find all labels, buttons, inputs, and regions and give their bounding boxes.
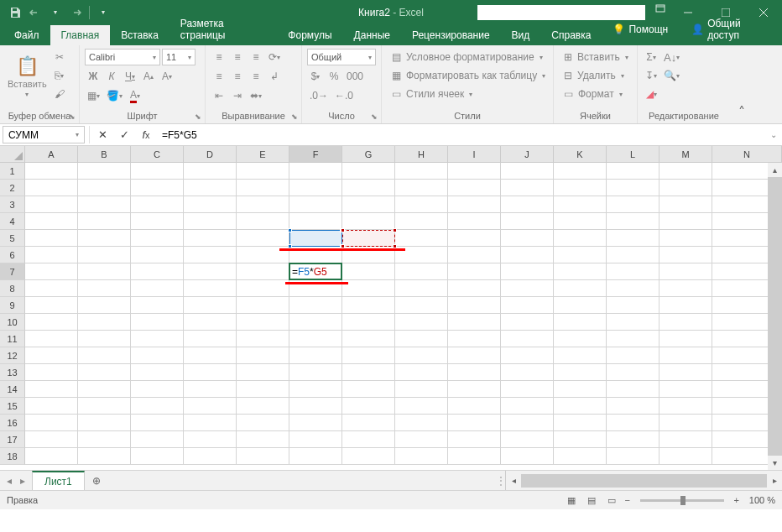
cell[interactable] [25,398,78,415]
collapse-ribbon-button[interactable]: ˄ [730,45,753,123]
scroll-down-button[interactable]: ▾ [768,456,782,470]
cell[interactable] [395,347,448,364]
cell[interactable] [395,381,448,398]
cell[interactable] [342,230,395,247]
cell[interactable] [237,398,289,415]
cell[interactable] [554,163,607,180]
cell[interactable] [184,263,237,280]
cell[interactable] [607,263,659,280]
cell[interactable] [25,314,78,331]
row-head-10[interactable]: 10 [0,314,25,331]
cell[interactable] [25,297,78,314]
cell[interactable] [342,381,395,398]
cell[interactable] [659,280,712,297]
cell[interactable] [25,415,78,431]
cell[interactable] [501,347,554,364]
cell[interactable] [607,297,659,314]
col-M[interactable]: M [659,146,712,163]
cell[interactable] [184,448,237,465]
cell[interactable] [131,364,184,381]
name-box[interactable]: СУММ▾ [3,126,85,143]
cell[interactable] [131,431,184,448]
cell[interactable] [554,448,607,465]
cell[interactable] [659,364,712,381]
indent-decrease-button[interactable]: ⇤ [211,87,227,104]
cell[interactable] [501,196,554,213]
cell[interactable] [78,247,131,263]
col-H[interactable]: H [395,146,448,163]
scroll-left-button[interactable]: ◂ [506,476,521,485]
cell[interactable] [395,213,448,230]
cell[interactable] [659,431,712,448]
cell[interactable] [501,314,554,331]
cell[interactable] [78,180,131,196]
cell[interactable] [501,247,554,263]
cell[interactable] [289,247,342,263]
cell[interactable] [25,213,78,230]
cell[interactable] [237,163,289,180]
tab-home[interactable]: Главная [50,25,111,45]
cell[interactable] [448,347,501,364]
cell[interactable] [607,381,659,398]
row-head-12[interactable]: 12 [0,347,25,364]
select-all-corner[interactable] [0,146,25,163]
number-format-combo[interactable]: Общий▾ [307,49,376,65]
cell[interactable] [659,347,712,364]
cell[interactable] [501,280,554,297]
row-head-4[interactable]: 4 [0,213,25,230]
col-L[interactable]: L [607,146,659,163]
copy-button[interactable]: ⎘▾ [51,67,68,84]
cell[interactable] [131,180,184,196]
cell[interactable] [659,213,712,230]
align-bottom-button[interactable]: ≡ [248,49,264,65]
cell[interactable] [554,381,607,398]
cell[interactable] [395,398,448,415]
cell[interactable] [448,163,501,180]
cell[interactable] [25,364,78,381]
italic-button[interactable]: К [103,68,120,85]
cell[interactable] [554,213,607,230]
cell[interactable] [342,297,395,314]
qat-customize-icon[interactable]: ▾ [95,4,112,21]
cell[interactable] [554,431,607,448]
cell[interactable] [184,297,237,314]
cell[interactable] [607,163,659,180]
cell[interactable] [78,196,131,213]
cell[interactable] [342,415,395,431]
align-center-button[interactable]: ≡ [229,68,246,85]
cell[interactable] [131,297,184,314]
cell[interactable] [25,331,78,347]
indent-increase-button[interactable]: ⇥ [229,87,246,104]
align-left-button[interactable]: ≡ [211,68,227,85]
cell[interactable] [184,196,237,213]
cell[interactable] [131,247,184,263]
cell[interactable] [501,448,554,465]
cell[interactable] [78,448,131,465]
cell[interactable] [448,180,501,196]
cell[interactable] [184,247,237,263]
font-launcher[interactable]: ⬊ [193,112,203,122]
cell[interactable] [659,415,712,431]
grow-font-button[interactable]: A▴ [140,68,157,85]
cell[interactable] [395,364,448,381]
cell[interactable] [501,331,554,347]
cell[interactable] [554,297,607,314]
col-J[interactable]: J [501,146,554,163]
cell[interactable] [448,381,501,398]
save-icon[interactable] [7,4,23,21]
zoom-out-button[interactable]: − [622,495,633,505]
cell[interactable] [131,196,184,213]
cell[interactable] [342,247,395,263]
currency-button[interactable]: $▾ [307,68,324,85]
cell[interactable] [289,398,342,415]
col-E[interactable]: E [237,146,289,163]
cell[interactable] [607,314,659,331]
cell[interactable] [289,163,342,180]
cell[interactable] [659,263,712,280]
cell[interactable] [289,364,342,381]
font-color-button[interactable]: A▾ [127,87,143,104]
cell[interactable] [342,431,395,448]
maximize-button[interactable] [706,0,744,24]
cell[interactable] [237,448,289,465]
cell[interactable] [131,347,184,364]
